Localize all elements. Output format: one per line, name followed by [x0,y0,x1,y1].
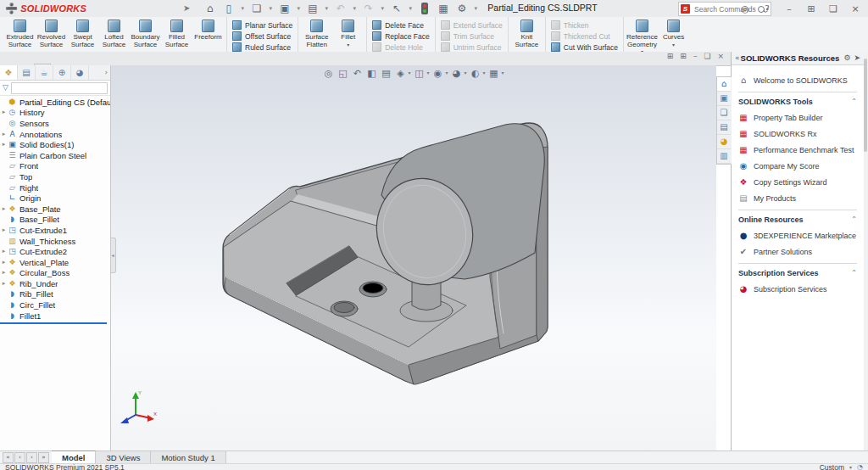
view-palette-tab-icon[interactable]: ▤ [717,120,731,135]
new-document-icon[interactable]: ▯ [220,2,236,15]
status-units-label[interactable]: Custom [820,463,844,470]
thickened-cut-button[interactable]: Thickened Cut [548,31,620,41]
menu-item[interactable] [127,7,139,10]
section-collapse-icon[interactable]: ⌃ [851,98,857,105]
tree-item[interactable]: ▸◳Cut-Extrude1 [0,225,110,236]
select-cursor-icon[interactable]: ↖ [388,2,404,15]
expand-arrow-icon[interactable]: ▸ [0,206,8,212]
task-pane-item[interactable]: ▦Property Tab Builder [738,111,857,124]
cad-model[interactable] [110,65,716,450]
tree-item[interactable]: ▱Front [0,161,110,172]
options-gear-icon[interactable]: ⚙ [453,2,470,15]
window-pane-left-icon[interactable]: ⊞ [667,53,674,60]
boundary-surface-button[interactable]: Boundary Surface [130,18,161,51]
lofted-surface-button[interactable]: Lofted Surface [98,18,130,51]
expand-arrow-icon[interactable]: ▸ [0,249,8,255]
window-pane-right-icon[interactable]: ⊞ [680,53,687,60]
undo-icon[interactable]: ↶ [332,2,348,15]
doc-minimize-icon[interactable]: – [693,53,698,60]
task-pane-item[interactable]: ▤My Products [738,192,857,204]
close-icon[interactable]: × [846,2,865,15]
dropdown-caret-icon[interactable]: ▾ [445,70,448,76]
expand-arrow-icon[interactable]: ▸ [0,142,8,148]
dropdown-caret-icon[interactable]: ▾ [465,70,467,76]
save-icon[interactable]: ▣ [276,2,292,15]
custom-properties-tab-icon[interactable]: ▥ [717,149,731,164]
view-settings-icon[interactable]: ▦ [488,67,500,79]
configurationmanager-icon[interactable]: ☕ [36,65,53,80]
tree-item[interactable]: ∟Origin [0,193,110,204]
print-icon[interactable]: ▤ [304,2,320,15]
user-account-icon[interactable]: ◎ [736,2,754,15]
filled-surface-button[interactable]: Filled Surface [161,18,192,51]
trim-surface-button[interactable]: Trim Surface [438,31,505,41]
freeform-button[interactable]: Freeform [192,18,224,51]
apply-scene-icon[interactable]: ◐ [470,67,481,79]
home-icon[interactable]: ⌂ [202,2,218,15]
dropdown-caret-icon[interactable]: ▾ [295,2,302,15]
task-pane-item[interactable]: ▦Performance Benchmark Test [738,143,857,156]
dropdown-caret-icon[interactable]: ▾ [407,2,414,15]
surface-flatten-button[interactable]: Surface Flatten [301,18,332,51]
restore-icon[interactable]: ❏ [824,2,843,15]
panel-expand-icon[interactable]: › [89,65,110,80]
planar-surface-button[interactable]: Planar Surface [230,20,295,30]
panel-splitter-handle[interactable]: ◂ [110,238,116,273]
dropdown-caret-icon[interactable]: ▾ [672,42,675,48]
ruled-surface-button[interactable]: Ruled Surface [230,42,295,52]
menu-item[interactable] [141,7,153,10]
tree-item[interactable]: ◗Fillet1 [0,311,110,322]
menu-item[interactable] [168,7,180,10]
filter-funnel-icon[interactable]: ▽ [3,84,8,92]
extend-surface-button[interactable]: Extend Surface [438,20,505,30]
delete-face-button[interactable]: Delete Face [370,20,431,30]
dynamic-annotation-icon[interactable]: ▤ [380,67,392,79]
tree-item[interactable]: ▱Right [0,182,110,193]
edit-appearance-icon[interactable]: ◕ [451,67,463,79]
hide-show-items-icon[interactable]: ◉ [431,67,443,79]
maximize-icon[interactable]: ⊞ [802,2,821,15]
tree-item[interactable]: ▸▣Solid Bodies(1) [0,139,110,150]
delete-hole-button[interactable]: Delete Hole [370,42,431,52]
expand-arrow-icon[interactable]: ▸ [0,281,8,287]
section-view-icon[interactable]: ◧ [365,67,377,79]
taskpane-options-icon[interactable]: ⚙ [843,54,850,62]
filter-input[interactable] [11,82,108,94]
reference-geometry-button[interactable]: Reference Geometry▾ [626,18,658,51]
swept-surface-button[interactable]: Swept Surface [67,18,98,51]
thicken-button[interactable]: Thicken [548,20,620,30]
tree-item[interactable]: ◗Base_Fillet [0,215,110,226]
tree-item[interactable]: ▸❖Vertical_Plate [0,257,110,268]
task-pane-item[interactable]: ●3DEXPERIENCE Marketplace [738,229,857,242]
curves-button[interactable]: Curves▾ [658,18,689,51]
dropdown-caret-icon[interactable]: ▾ [426,70,429,76]
section-collapse-icon[interactable]: ⌃ [851,216,857,223]
knit-surface-button[interactable]: Knit Surface [511,18,542,51]
menu-item[interactable] [100,7,112,10]
untrim-surface-button[interactable]: Untrim Surface [438,42,505,52]
menu-pin-icon[interactable]: ➤ [183,4,190,13]
task-pane-item[interactable]: ◉Compare My Score [738,159,857,172]
welcome-item[interactable]: ⌂ Welcome to SOLIDWORKS [738,74,857,87]
task-pane-item[interactable]: ❖Copy Settings Wizard [738,176,857,188]
rebuild-traffic-light-icon[interactable] [416,2,432,15]
dropdown-caret-icon[interactable]: ▾ [472,2,479,15]
expand-arrow-icon[interactable]: ▸ [0,109,8,115]
propertymanager-icon[interactable]: ▤ [18,65,36,80]
expand-arrow-icon[interactable]: ▸ [0,260,8,266]
task-pane-item[interactable]: ◕Subscription Services [738,283,857,295]
dropdown-caret-icon[interactable]: ▾ [502,70,504,76]
expand-arrow-icon[interactable]: ▸ [0,227,8,233]
displaymanager-icon[interactable]: ◕ [71,65,89,80]
cut-with-surface-button[interactable]: Cut With Surface [548,42,620,52]
appearances-scenes-tab-icon[interactable]: ◕ [717,135,731,149]
design-library-tab-icon[interactable]: ▣ [717,92,731,106]
tree-item[interactable]: ⬢Partial_Editing CS (Default<<Default>_D [0,97,110,108]
dropdown-caret-icon[interactable]: ▾ [351,2,358,15]
extruded-surface-button[interactable]: Extruded Surface [4,18,36,51]
dimxpertmanager-icon[interactable]: ⊕ [53,65,71,80]
dropdown-caret-icon[interactable]: ▾ [239,2,246,15]
minimize-icon[interactable]: – [780,2,798,15]
offset-surface-button[interactable]: Offset Surface [230,31,295,41]
tree-item[interactable]: ◎Sensors [0,118,110,129]
